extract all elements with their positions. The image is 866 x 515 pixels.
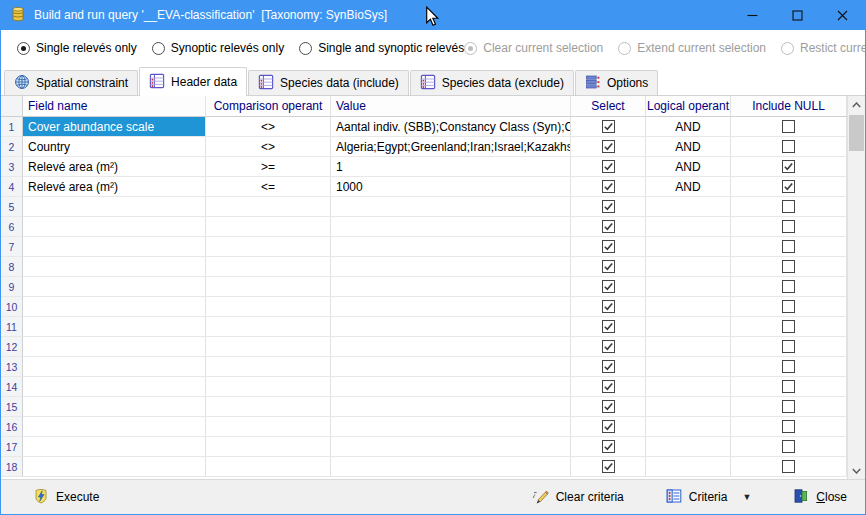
field-name-cell[interactable] — [23, 397, 206, 417]
row-number[interactable]: 8 — [1, 257, 23, 277]
column-header-field[interactable]: Field name — [23, 96, 206, 117]
comparison-operant-cell[interactable] — [206, 357, 331, 377]
releve-mode-radio-2[interactable]: Single and synoptic relevés — [299, 41, 464, 55]
row-number[interactable]: 17 — [1, 437, 23, 457]
scrollbar-thumb[interactable] — [849, 115, 864, 151]
select-checkbox[interactable] — [602, 300, 615, 313]
include-null-checkbox[interactable] — [782, 240, 795, 253]
select-checkbox[interactable] — [602, 220, 615, 233]
select-checkbox[interactable] — [602, 140, 615, 153]
comparison-operant-cell[interactable] — [206, 457, 331, 477]
value-cell[interactable]: Algeria;Egypt;Greenland;Iran;Israel;Kaza… — [331, 137, 571, 157]
radio-icon[interactable] — [152, 42, 165, 55]
value-cell[interactable] — [331, 237, 571, 257]
releve-mode-radio-0[interactable]: Single relevés only — [17, 41, 137, 55]
column-header-op[interactable]: Comparison operant — [206, 96, 331, 117]
row-number[interactable]: 1 — [1, 117, 23, 137]
row-number[interactable]: 3 — [1, 157, 23, 177]
field-name-cell[interactable] — [23, 237, 206, 257]
row-number[interactable]: 6 — [1, 217, 23, 237]
value-cell[interactable] — [331, 377, 571, 397]
scroll-up-arrow-icon[interactable] — [848, 96, 865, 113]
value-cell[interactable] — [331, 417, 571, 437]
radio-icon[interactable] — [299, 42, 312, 55]
value-cell[interactable] — [331, 257, 571, 277]
value-cell[interactable]: Aantal indiv. (SBB);Constancy Class (Syn… — [331, 117, 571, 137]
field-name-cell[interactable] — [23, 357, 206, 377]
field-name-cell[interactable] — [23, 297, 206, 317]
select-checkbox[interactable] — [602, 200, 615, 213]
tab-options[interactable]: Options — [575, 70, 658, 95]
select-checkbox[interactable] — [602, 240, 615, 253]
field-name-cell[interactable] — [23, 417, 206, 437]
value-cell[interactable]: 1000 — [331, 177, 571, 197]
logical-operant-cell[interactable] — [646, 217, 731, 237]
select-checkbox[interactable] — [602, 460, 615, 473]
logical-operant-cell[interactable] — [646, 297, 731, 317]
logical-operant-cell[interactable] — [646, 277, 731, 297]
include-null-checkbox[interactable] — [782, 340, 795, 353]
tab-header-data[interactable]: Header data — [139, 67, 247, 96]
row-number[interactable]: 15 — [1, 397, 23, 417]
row-number[interactable]: 12 — [1, 337, 23, 357]
comparison-operant-cell[interactable] — [206, 397, 331, 417]
field-name-cell[interactable] — [23, 317, 206, 337]
include-null-checkbox[interactable] — [782, 440, 795, 453]
value-cell[interactable] — [331, 337, 571, 357]
column-header-nul[interactable]: Include NULL — [731, 96, 847, 117]
select-checkbox[interactable] — [602, 160, 615, 173]
select-checkbox[interactable] — [602, 280, 615, 293]
field-name-cell[interactable]: Relevé area (m²) — [23, 177, 206, 197]
select-checkbox[interactable] — [602, 180, 615, 193]
select-checkbox[interactable] — [602, 320, 615, 333]
logical-operant-cell[interactable]: AND — [646, 157, 731, 177]
tab-species-data-include[interactable]: Species data (include) — [248, 70, 409, 95]
logical-operant-cell[interactable] — [646, 337, 731, 357]
row-number[interactable]: 13 — [1, 357, 23, 377]
close-dialog-button[interactable]: Close — [787, 485, 853, 510]
field-name-cell[interactable] — [23, 217, 206, 237]
comparison-operant-cell[interactable] — [206, 277, 331, 297]
field-name-cell[interactable]: Country — [23, 137, 206, 157]
logical-operant-cell[interactable] — [646, 237, 731, 257]
row-number[interactable]: 18 — [1, 457, 23, 477]
logical-operant-cell[interactable]: AND — [646, 137, 731, 157]
value-cell[interactable] — [331, 357, 571, 377]
vertical-scrollbar[interactable] — [847, 96, 865, 479]
logical-operant-cell[interactable] — [646, 197, 731, 217]
column-header-val[interactable]: Value — [331, 96, 571, 117]
execute-button[interactable]: Execute — [27, 485, 105, 510]
field-name-cell[interactable] — [23, 457, 206, 477]
comparison-operant-cell[interactable] — [206, 237, 331, 257]
field-name-cell[interactable] — [23, 437, 206, 457]
tab-spatial-constraint[interactable]: Spatial constraint — [4, 70, 138, 95]
value-cell[interactable]: 1 — [331, 157, 571, 177]
comparison-operant-cell[interactable] — [206, 417, 331, 437]
comparison-operant-cell[interactable]: <= — [206, 177, 331, 197]
row-number[interactable]: 7 — [1, 237, 23, 257]
include-null-checkbox[interactable] — [782, 120, 795, 133]
logical-operant-cell[interactable] — [646, 397, 731, 417]
row-number[interactable]: 14 — [1, 377, 23, 397]
scroll-down-arrow-icon[interactable] — [848, 462, 865, 479]
field-name-cell[interactable] — [23, 197, 206, 217]
comparison-operant-cell[interactable] — [206, 197, 331, 217]
include-null-checkbox[interactable] — [782, 160, 795, 173]
value-cell[interactable] — [331, 217, 571, 237]
value-cell[interactable] — [331, 457, 571, 477]
row-number[interactable]: 5 — [1, 197, 23, 217]
comparison-operant-cell[interactable] — [206, 337, 331, 357]
logical-operant-cell[interactable] — [646, 357, 731, 377]
row-number[interactable]: 10 — [1, 297, 23, 317]
value-cell[interactable] — [331, 397, 571, 417]
row-number[interactable]: 16 — [1, 417, 23, 437]
select-checkbox[interactable] — [602, 260, 615, 273]
comparison-operant-cell[interactable] — [206, 317, 331, 337]
logical-operant-cell[interactable] — [646, 377, 731, 397]
comparison-operant-cell[interactable] — [206, 377, 331, 397]
column-header-log[interactable]: Logical operant — [646, 96, 731, 117]
logical-operant-cell[interactable] — [646, 257, 731, 277]
releve-mode-radio-1[interactable]: Synoptic relevés only — [152, 41, 284, 55]
include-null-checkbox[interactable] — [782, 280, 795, 293]
include-null-checkbox[interactable] — [782, 320, 795, 333]
